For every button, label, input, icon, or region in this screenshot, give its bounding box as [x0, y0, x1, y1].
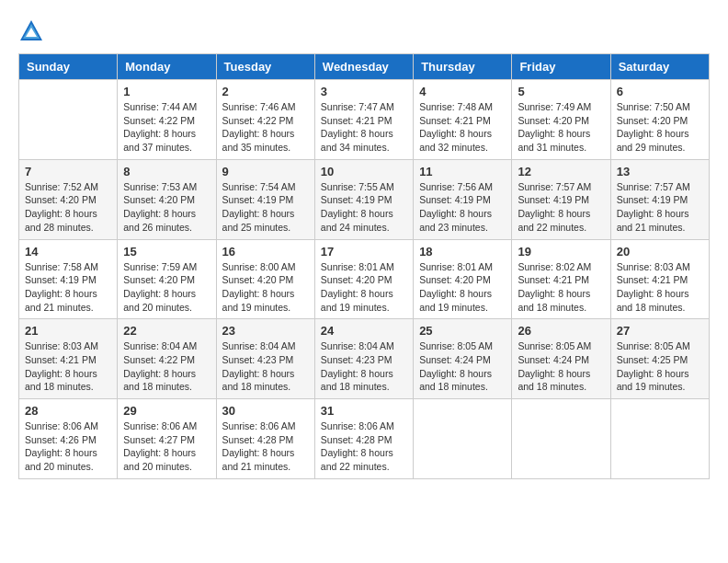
day-info: Sunrise: 8:06 AM Sunset: 4:28 PM Dayligh…: [321, 419, 407, 474]
weekday-header-thursday: Thursday: [414, 54, 512, 80]
calendar-cell: 3Sunrise: 7:47 AM Sunset: 4:21 PM Daylig…: [314, 80, 413, 160]
day-info: Sunrise: 7:53 AM Sunset: 4:20 PM Dayligh…: [123, 180, 210, 235]
calendar-cell: 30Sunrise: 8:06 AM Sunset: 4:28 PM Dayli…: [216, 399, 314, 479]
day-info: Sunrise: 7:50 AM Sunset: 4:20 PM Dayligh…: [617, 100, 703, 155]
day-info: Sunrise: 8:02 AM Sunset: 4:21 PM Dayligh…: [518, 260, 604, 315]
day-info: Sunrise: 8:06 AM Sunset: 4:26 PM Dayligh…: [25, 419, 111, 474]
calendar-cell: 17Sunrise: 8:01 AM Sunset: 4:20 PM Dayli…: [314, 239, 413, 319]
day-info: Sunrise: 8:04 AM Sunset: 4:22 PM Dayligh…: [123, 339, 210, 394]
day-number: 29: [123, 404, 210, 418]
day-number: 25: [419, 324, 506, 338]
day-number: 9: [222, 165, 309, 178]
day-info: Sunrise: 8:03 AM Sunset: 4:21 PM Dayligh…: [25, 339, 111, 394]
calendar-cell: 23Sunrise: 8:04 AM Sunset: 4:23 PM Dayli…: [216, 319, 314, 399]
calendar-cell: 29Sunrise: 8:06 AM Sunset: 4:27 PM Dayli…: [118, 399, 216, 479]
day-number: 13: [617, 165, 703, 178]
calendar-cell: 1Sunrise: 7:44 AM Sunset: 4:22 PM Daylig…: [118, 80, 216, 160]
day-number: 8: [123, 165, 210, 178]
day-number: 7: [25, 165, 111, 178]
day-number: 3: [321, 85, 407, 98]
calendar-cell: 8Sunrise: 7:53 AM Sunset: 4:20 PM Daylig…: [118, 159, 216, 239]
calendar-cell: 31Sunrise: 8:06 AM Sunset: 4:28 PM Dayli…: [314, 399, 413, 479]
weekday-header-wednesday: Wednesday: [314, 54, 413, 80]
calendar-cell: 21Sunrise: 8:03 AM Sunset: 4:21 PM Dayli…: [19, 319, 118, 399]
day-number: 17: [321, 245, 407, 259]
day-number: 1: [123, 85, 210, 98]
calendar-cell: [19, 80, 118, 160]
day-info: Sunrise: 7:55 AM Sunset: 4:19 PM Dayligh…: [321, 180, 407, 235]
calendar-cell: 13Sunrise: 7:57 AM Sunset: 4:19 PM Dayli…: [610, 159, 709, 239]
day-info: Sunrise: 7:48 AM Sunset: 4:21 PM Dayligh…: [419, 100, 506, 155]
day-number: 5: [518, 85, 604, 98]
calendar-cell: [414, 399, 512, 479]
day-info: Sunrise: 8:04 AM Sunset: 4:23 PM Dayligh…: [321, 339, 407, 394]
day-number: 10: [321, 165, 407, 178]
calendar-cell: 11Sunrise: 7:56 AM Sunset: 4:19 PM Dayli…: [414, 159, 512, 239]
day-info: Sunrise: 8:05 AM Sunset: 4:24 PM Dayligh…: [518, 339, 604, 394]
calendar-cell: 5Sunrise: 7:49 AM Sunset: 4:20 PM Daylig…: [512, 80, 610, 160]
day-number: 12: [518, 165, 604, 178]
day-info: Sunrise: 8:03 AM Sunset: 4:21 PM Dayligh…: [617, 260, 703, 315]
calendar-cell: 28Sunrise: 8:06 AM Sunset: 4:26 PM Dayli…: [19, 399, 118, 479]
calendar-cell: 27Sunrise: 8:05 AM Sunset: 4:25 PM Dayli…: [610, 319, 709, 399]
calendar-cell: 7Sunrise: 7:52 AM Sunset: 4:20 PM Daylig…: [19, 159, 118, 239]
calendar-cell: 6Sunrise: 7:50 AM Sunset: 4:20 PM Daylig…: [610, 80, 709, 160]
calendar-cell: 16Sunrise: 8:00 AM Sunset: 4:20 PM Dayli…: [216, 239, 314, 319]
day-number: 6: [617, 85, 703, 98]
calendar-cell: 9Sunrise: 7:54 AM Sunset: 4:19 PM Daylig…: [216, 159, 314, 239]
day-info: Sunrise: 8:05 AM Sunset: 4:24 PM Dayligh…: [419, 339, 506, 394]
day-number: 28: [25, 404, 111, 418]
logo-icon: [18, 18, 44, 44]
day-number: 14: [25, 245, 111, 259]
weekday-header-friday: Friday: [512, 54, 610, 80]
day-info: Sunrise: 8:00 AM Sunset: 4:20 PM Dayligh…: [222, 260, 309, 315]
calendar-cell: 25Sunrise: 8:05 AM Sunset: 4:24 PM Dayli…: [414, 319, 512, 399]
day-info: Sunrise: 7:57 AM Sunset: 4:19 PM Dayligh…: [518, 180, 604, 235]
weekday-header-tuesday: Tuesday: [216, 54, 314, 80]
calendar-cell: 24Sunrise: 8:04 AM Sunset: 4:23 PM Dayli…: [314, 319, 413, 399]
weekday-header-sunday: Sunday: [19, 54, 118, 80]
calendar-cell: 20Sunrise: 8:03 AM Sunset: 4:21 PM Dayli…: [610, 239, 709, 319]
calendar-table: SundayMondayTuesdayWednesdayThursdayFrid…: [18, 53, 710, 479]
day-info: Sunrise: 7:46 AM Sunset: 4:22 PM Dayligh…: [222, 100, 309, 155]
day-info: Sunrise: 7:54 AM Sunset: 4:19 PM Dayligh…: [222, 180, 309, 235]
calendar-cell: 15Sunrise: 7:59 AM Sunset: 4:20 PM Dayli…: [118, 239, 216, 319]
day-info: Sunrise: 7:52 AM Sunset: 4:20 PM Dayligh…: [25, 180, 111, 235]
day-number: 20: [617, 245, 703, 259]
logo: [18, 18, 48, 44]
calendar-cell: 19Sunrise: 8:02 AM Sunset: 4:21 PM Dayli…: [512, 239, 610, 319]
day-number: 22: [123, 324, 210, 338]
day-info: Sunrise: 8:01 AM Sunset: 4:20 PM Dayligh…: [419, 260, 506, 315]
day-number: 19: [518, 245, 604, 259]
day-number: 31: [321, 404, 407, 418]
day-info: Sunrise: 8:06 AM Sunset: 4:28 PM Dayligh…: [222, 419, 309, 474]
day-info: Sunrise: 8:06 AM Sunset: 4:27 PM Dayligh…: [123, 419, 210, 474]
day-number: 21: [25, 324, 111, 338]
day-info: Sunrise: 8:01 AM Sunset: 4:20 PM Dayligh…: [321, 260, 407, 315]
day-number: 18: [419, 245, 506, 259]
calendar-cell: 22Sunrise: 8:04 AM Sunset: 4:22 PM Dayli…: [118, 319, 216, 399]
calendar-cell: [512, 399, 610, 479]
day-info: Sunrise: 7:56 AM Sunset: 4:19 PM Dayligh…: [419, 180, 506, 235]
day-number: 15: [123, 245, 210, 259]
day-number: 23: [222, 324, 309, 338]
calendar-cell: [610, 399, 709, 479]
calendar-cell: 26Sunrise: 8:05 AM Sunset: 4:24 PM Dayli…: [512, 319, 610, 399]
weekday-header-saturday: Saturday: [610, 54, 709, 80]
calendar-cell: 10Sunrise: 7:55 AM Sunset: 4:19 PM Dayli…: [314, 159, 413, 239]
day-info: Sunrise: 7:47 AM Sunset: 4:21 PM Dayligh…: [321, 100, 407, 155]
calendar-cell: 12Sunrise: 7:57 AM Sunset: 4:19 PM Dayli…: [512, 159, 610, 239]
day-number: 24: [321, 324, 407, 338]
calendar-cell: 14Sunrise: 7:58 AM Sunset: 4:19 PM Dayli…: [19, 239, 118, 319]
weekday-header-monday: Monday: [118, 54, 216, 80]
day-info: Sunrise: 7:44 AM Sunset: 4:22 PM Dayligh…: [123, 100, 210, 155]
calendar-cell: 2Sunrise: 7:46 AM Sunset: 4:22 PM Daylig…: [216, 80, 314, 160]
day-info: Sunrise: 7:57 AM Sunset: 4:19 PM Dayligh…: [617, 180, 703, 235]
day-info: Sunrise: 8:05 AM Sunset: 4:25 PM Dayligh…: [617, 339, 703, 394]
page-header: [18, 18, 710, 44]
day-info: Sunrise: 7:49 AM Sunset: 4:20 PM Dayligh…: [518, 100, 604, 155]
calendar-cell: 18Sunrise: 8:01 AM Sunset: 4:20 PM Dayli…: [414, 239, 512, 319]
day-number: 16: [222, 245, 309, 259]
calendar-cell: 4Sunrise: 7:48 AM Sunset: 4:21 PM Daylig…: [414, 80, 512, 160]
day-number: 27: [617, 324, 703, 338]
